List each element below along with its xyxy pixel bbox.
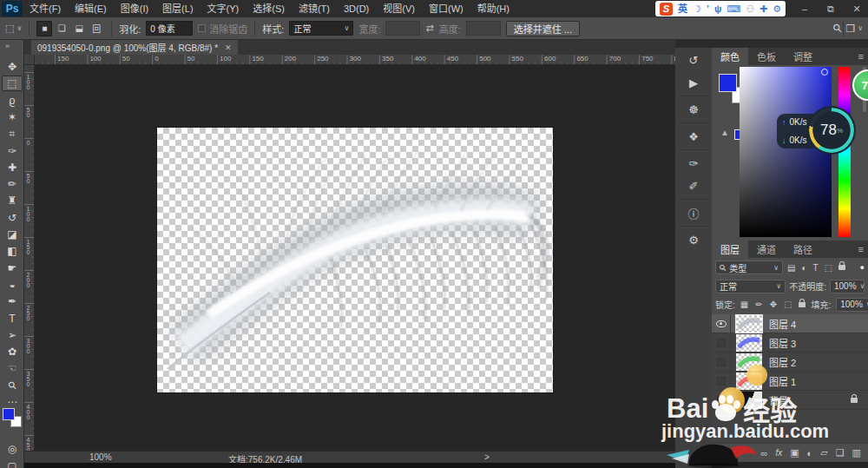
lock-pixels-icon[interactable]: ✏ (755, 300, 762, 309)
layer-group-icon[interactable]: ▱ (820, 447, 827, 458)
ime-toolbox-icon[interactable]: ⚙ (773, 3, 781, 16)
sogou-logo-icon[interactable]: S (660, 3, 673, 16)
filter-shape-layers-icon[interactable]: ⬚ (825, 263, 832, 273)
layer-filter-select[interactable]: ⚲ 类型 ∨ (715, 260, 783, 274)
menu-item-5[interactable]: 选择(S) (246, 0, 292, 17)
ruler-origin-box[interactable] (24, 55, 35, 65)
dodge-tool[interactable]: ◒ (2, 277, 23, 293)
workspace-switcher-icon[interactable]: ❒ (845, 23, 855, 35)
saturation-brightness-field[interactable] (740, 67, 832, 237)
style-select[interactable]: 正常∨ (289, 21, 353, 36)
lasso-tool[interactable]: ϱ (2, 93, 23, 109)
color-panel-tab-2[interactable]: 调整 (785, 48, 821, 65)
ime-keyboard-icon[interactable]: ⌨ (727, 3, 740, 16)
path-selection-tool[interactable]: ➢ (2, 327, 23, 343)
minimize-button[interactable]: – (799, 0, 811, 17)
info-panel-icon[interactable]: ⓘ (681, 202, 707, 223)
subtract-selection-button[interactable]: ⬓ (71, 21, 87, 36)
ime-microphone-icon[interactable]: ψ (714, 3, 721, 16)
status-chevron-icon[interactable]: > (484, 452, 490, 462)
menu-item-6[interactable]: 滤镜(T) (292, 0, 337, 17)
select-and-mask-button[interactable]: 选择并遮住 ... (506, 21, 580, 36)
delete-layer-icon[interactable]: ▥ (852, 447, 861, 458)
quick-mask-button[interactable]: ◎ (2, 441, 23, 457)
menu-item-8[interactable]: 视图(V) (376, 0, 422, 17)
smudge-tool[interactable]: ☛ (2, 260, 23, 276)
filter-adjustment-layers-icon[interactable]: ◐ (801, 263, 806, 273)
move-tool[interactable]: ✥ (2, 59, 23, 75)
visibility-toggle[interactable] (712, 353, 731, 371)
anti-alias-checkbox[interactable]: 消除锯齿 (198, 22, 247, 36)
toolbar-collapse-icon[interactable]: » (5, 42, 10, 50)
history-panel-icon[interactable]: ↺ (681, 49, 707, 70)
width-input[interactable] (385, 21, 420, 36)
filter-type-layers-icon[interactable]: T (813, 263, 819, 273)
document-tab[interactable]: 0919354050-0.png @ 100%(图层 4, RGB/8#) * … (31, 40, 238, 55)
link-layers-icon[interactable]: ∞ (761, 448, 768, 458)
properties-panel-icon[interactable]: ❖ (681, 126, 707, 147)
screen-mode-button[interactable]: ▢ (2, 458, 23, 468)
menu-item-0[interactable]: 文件(F) (23, 0, 68, 17)
feather-input[interactable]: 0 像素 (146, 21, 193, 36)
history-brush-tool[interactable]: ↺ (2, 210, 23, 226)
menu-item-9[interactable]: 窗口(W) (422, 0, 470, 17)
gamut-warning-icon[interactable]: ▲ (720, 128, 729, 137)
zoom-level[interactable]: 100% (89, 452, 112, 462)
actions-panel-icon[interactable]: ▶ (681, 72, 707, 93)
fill-select[interactable]: 100%∨ (836, 298, 868, 312)
ime-moon-icon[interactable]: ☽ (693, 3, 701, 16)
layer-thumbnail[interactable] (736, 334, 762, 352)
lock-transparency-icon[interactable]: ▦ (740, 300, 748, 309)
hand-tool[interactable]: ☜ (2, 360, 23, 376)
character-panel-icon[interactable]: ⚙ (681, 229, 707, 250)
panel-menu-icon[interactable]: ≡ (858, 51, 864, 62)
clone-stamp-tool[interactable]: ♜ (2, 193, 23, 208)
add-selection-button[interactable]: ❏ (54, 21, 69, 36)
blend-mode-select[interactable]: 正常∨ (715, 280, 786, 293)
foreground-color-swatch[interactable] (3, 408, 15, 420)
lock-artboard-icon[interactable]: ⬚ (784, 300, 792, 309)
ime-person-icon[interactable]: ⚇ (746, 3, 754, 16)
restore-button[interactable]: ⧉ (825, 0, 837, 17)
filter-toggle-icon[interactable]: ● (860, 263, 865, 272)
eraser-tool[interactable]: ◪ (2, 227, 23, 242)
layer-mask-icon[interactable]: ▣ (790, 447, 799, 458)
color-panel-tab-0[interactable]: 颜色 (712, 48, 748, 65)
swap-dimensions-icon[interactable]: ⇄ (425, 23, 433, 34)
custom-shape-tool[interactable]: ✿ (2, 344, 23, 359)
zoom-tool[interactable]: ⚲ (2, 378, 23, 393)
opacity-select[interactable]: 100%∨ (830, 280, 865, 293)
brush-tool[interactable]: ✏ (2, 176, 23, 192)
document-canvas[interactable] (157, 128, 553, 392)
menu-item-3[interactable]: 图层(L) (155, 0, 200, 17)
layer-thumbnail[interactable] (736, 392, 762, 409)
filter-pixel-layers-icon[interactable]: ▤ (787, 263, 795, 273)
rectangular-marquee-tool[interactable]: ⬚ (2, 76, 23, 91)
canvas-area[interactable] (35, 65, 675, 451)
layer-row-2[interactable]: 图层 2 (712, 353, 868, 372)
healing-brush-tool[interactable]: ✚ (2, 160, 23, 175)
pen-tool[interactable]: ✒ (2, 293, 23, 309)
eyedropper-tool[interactable]: ✑ (2, 143, 23, 159)
visibility-toggle[interactable] (712, 333, 731, 352)
layer-thumbnail[interactable] (736, 372, 762, 390)
brushes-panel-icon[interactable]: ✑ (681, 153, 707, 174)
navigator-panel-icon[interactable]: ☸ (681, 99, 707, 120)
visibility-toggle[interactable] (712, 372, 731, 390)
layer-row-4[interactable]: 背景 (712, 391, 868, 410)
lock-all-icon[interactable] (799, 302, 806, 307)
horizontal-ruler[interactable]: 1501005005010015020025030035040045050055… (35, 55, 675, 65)
tab-close-icon[interactable]: ✕ (225, 43, 232, 52)
visibility-toggle[interactable] (712, 314, 731, 333)
quick-selection-tool[interactable]: ✶ (2, 109, 23, 125)
ime-skin-icon[interactable]: ✚ (760, 3, 767, 16)
lock-position-icon[interactable]: ✥ (770, 300, 777, 309)
adjustment-layer-icon[interactable]: ◐ (807, 448, 813, 458)
type-tool[interactable]: T (2, 311, 23, 326)
layer-row-0[interactable]: 图层 4 (712, 314, 868, 333)
crop-tool[interactable]: ⌗ (2, 126, 23, 142)
color-swatches[interactable] (3, 408, 22, 427)
panel-menu-icon[interactable]: ≡ (858, 244, 864, 254)
height-input[interactable] (466, 21, 501, 36)
filter-smart-objects-icon[interactable] (838, 265, 845, 270)
